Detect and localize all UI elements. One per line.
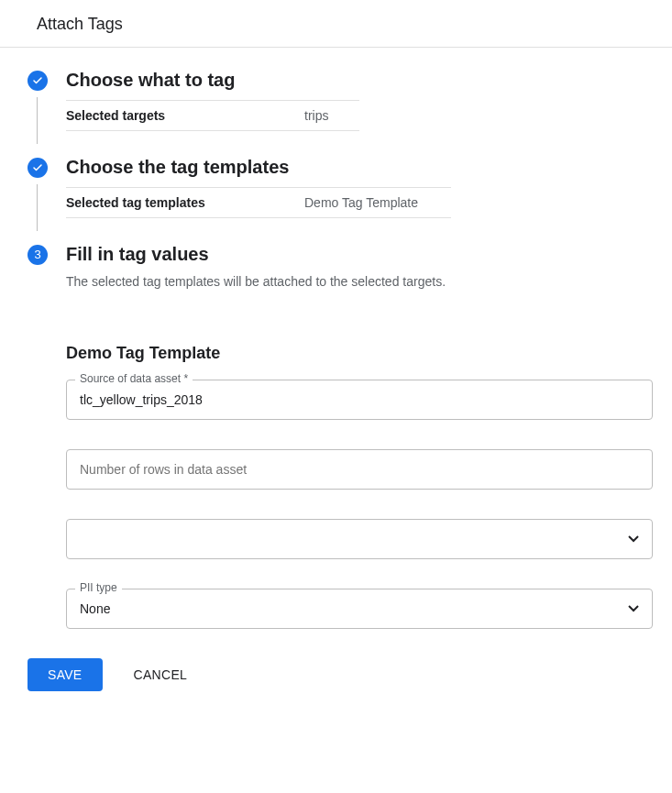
checkmark-icon bbox=[28, 158, 48, 178]
form-section-title: Demo Tag Template bbox=[66, 344, 654, 363]
pii-select-value: None bbox=[80, 601, 110, 616]
source-label: Source of data asset * bbox=[75, 372, 193, 385]
summary-label: Selected tag templates bbox=[66, 195, 304, 210]
page-title: Attach Tags bbox=[0, 0, 672, 48]
step-number-icon: 3 bbox=[28, 245, 48, 265]
summary-label: Selected targets bbox=[66, 108, 304, 123]
step-connector bbox=[37, 97, 38, 144]
chevron-down-icon bbox=[628, 605, 639, 612]
step-title: Choose the tag templates bbox=[66, 157, 289, 178]
step-connector bbox=[37, 184, 38, 231]
summary-row[interactable]: Selected tag templates Demo Tag Template bbox=[66, 187, 451, 218]
source-input[interactable] bbox=[66, 380, 653, 420]
unnamed-select[interactable] bbox=[66, 519, 653, 559]
summary-row[interactable]: Selected targets trips bbox=[66, 100, 359, 131]
unnamed-select-wrap bbox=[66, 519, 654, 559]
save-button[interactable]: SAVE bbox=[28, 658, 103, 691]
action-bar: SAVE CANCEL bbox=[28, 658, 654, 691]
step-fill-tag-values: 3 Fill in tag values The selected tag te… bbox=[28, 244, 654, 629]
summary-value: trips bbox=[304, 108, 328, 123]
chevron-down-icon bbox=[628, 535, 639, 543]
rows-field-wrap bbox=[66, 449, 654, 490]
rows-input[interactable] bbox=[66, 449, 653, 490]
step-choose-tag-templates: Choose the tag templates Selected tag te… bbox=[28, 157, 654, 218]
step-description: The selected tag templates will be attac… bbox=[66, 274, 654, 289]
summary-value: Demo Tag Template bbox=[304, 195, 418, 210]
pii-select-wrap: PII type None bbox=[66, 589, 654, 629]
cancel-button[interactable]: CANCEL bbox=[128, 666, 193, 683]
checkmark-icon bbox=[28, 71, 48, 91]
pii-label: PII type bbox=[75, 581, 122, 594]
pii-select[interactable]: None bbox=[66, 589, 653, 629]
step-title: Choose what to tag bbox=[66, 70, 235, 91]
step-choose-what-to-tag: Choose what to tag Selected targets trip… bbox=[28, 70, 654, 131]
step-title: Fill in tag values bbox=[66, 244, 209, 265]
source-field-wrap: Source of data asset * bbox=[66, 380, 654, 420]
